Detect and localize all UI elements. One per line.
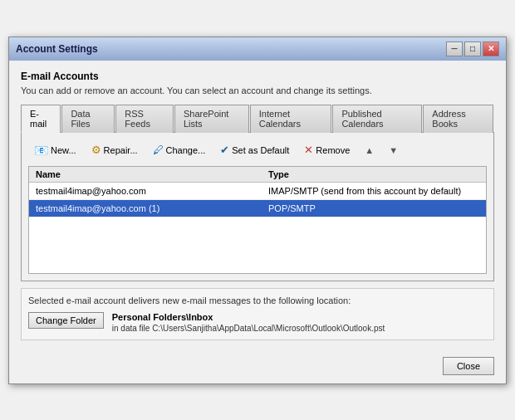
repair-label: Repair... [104, 145, 138, 155]
account-name: testmail4imap@yahoo.com [36, 186, 268, 196]
down-arrow-icon: ▼ [389, 145, 398, 155]
move-up-button[interactable]: ▲ [359, 143, 380, 158]
section-description: You can add or remove an account. You ca… [21, 85, 494, 95]
tab-sharepoint-lists[interactable]: SharePoint Lists [174, 105, 249, 133]
account-list[interactable]: Name Type testmail4imap@yahoo.com IMAP/S… [28, 166, 487, 274]
tab-published-calendars[interactable]: Published Calendars [332, 105, 422, 133]
new-label: New... [51, 145, 76, 155]
list-header: Name Type [29, 167, 486, 183]
maximize-button[interactable]: □ [464, 42, 481, 56]
footer: Close [9, 350, 506, 383]
window-content: E-mail Accounts You can add or remove an… [9, 61, 506, 350]
tab-data-files[interactable]: Data Files [61, 105, 115, 133]
up-arrow-icon: ▲ [365, 145, 374, 155]
folder-name: Personal Folders\Inbox [112, 312, 385, 322]
change-folder-button[interactable]: Change Folder [28, 312, 104, 329]
tab-address-books[interactable]: Address Books [423, 105, 493, 133]
bottom-row: Change Folder Personal Folders\Inbox in … [28, 312, 487, 333]
column-type-header: Type [268, 169, 479, 179]
tabs-bar: E-mail Data Files RSS Feeds SharePoint L… [21, 104, 494, 133]
tab-internet-calendars[interactable]: Internet Calendars [250, 105, 332, 133]
change-icon: 🖊 [153, 144, 164, 156]
title-bar-controls: ─ □ ✕ [446, 42, 499, 56]
folder-info: Personal Folders\Inbox in data file C:\U… [112, 312, 385, 333]
column-name-header: Name [36, 169, 268, 179]
section-title: E-mail Accounts [21, 71, 494, 82]
window-title: Account Settings [16, 43, 98, 55]
minimize-button[interactable]: ─ [446, 42, 463, 56]
repair-button[interactable]: ⚙ Repair... [86, 141, 144, 159]
account-settings-window: Account Settings ─ □ ✕ E-mail Accounts Y… [8, 37, 507, 384]
tab-rss-feeds[interactable]: RSS Feeds [115, 105, 174, 133]
default-checkmark-icon: ✔ [220, 144, 229, 156]
title-bar: Account Settings ─ □ ✕ [9, 37, 506, 61]
bottom-info-panel: Selected e-mail account delivers new e-m… [21, 288, 494, 340]
tab-email[interactable]: E-mail [21, 105, 61, 133]
folder-path: in data file C:\Users\Sanjitha\AppData\L… [112, 324, 385, 333]
remove-button[interactable]: ✕ Remove [298, 141, 356, 159]
change-label: Change... [166, 145, 206, 155]
tab-content-email: 📧 New... ⚙ Repair... 🖊 Change... ✔ Set a… [21, 133, 494, 281]
remove-icon: ✕ [304, 144, 313, 156]
bottom-description: Selected e-mail account delivers new e-m… [28, 295, 487, 305]
set-default-label: Set as Default [232, 145, 289, 155]
change-button[interactable]: 🖊 Change... [147, 141, 212, 159]
remove-label: Remove [316, 145, 350, 155]
set-default-button[interactable]: ✔ Set as Default [214, 141, 295, 159]
repair-icon: ⚙ [91, 144, 101, 156]
account-type: POP/SMTP [268, 203, 479, 213]
close-button[interactable]: Close [443, 357, 494, 375]
new-icon: 📧 [34, 144, 48, 157]
toolbar: 📧 New... ⚙ Repair... 🖊 Change... ✔ Set a… [28, 139, 487, 161]
new-button[interactable]: 📧 New... [28, 141, 82, 159]
window-close-button[interactable]: ✕ [483, 42, 499, 56]
account-name: testmail4imap@yahoo.com (1) [36, 203, 268, 213]
move-down-button[interactable]: ▼ [383, 143, 404, 158]
table-row[interactable]: testmail4imap@yahoo.com (1) POP/SMTP [29, 200, 486, 217]
table-row[interactable]: testmail4imap@yahoo.com IMAP/SMTP (send … [29, 183, 486, 200]
account-type: IMAP/SMTP (send from this account by def… [268, 186, 479, 196]
